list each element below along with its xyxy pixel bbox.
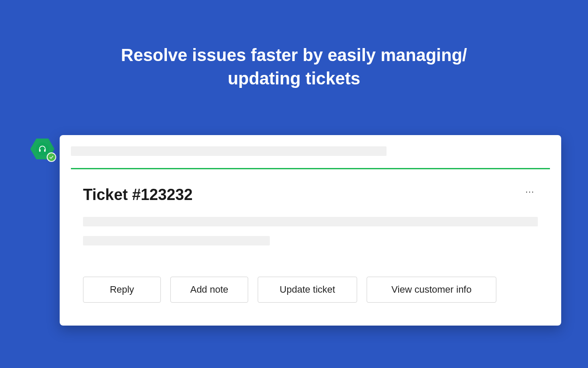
ticket-card: Ticket #123232 … Reply Add note Update t… <box>60 135 561 326</box>
header-placeholder <box>71 146 387 156</box>
headset-icon <box>36 142 49 155</box>
svg-rect-0 <box>39 149 41 152</box>
update-ticket-button[interactable]: Update ticket <box>258 277 357 303</box>
verified-check-icon <box>47 152 56 162</box>
more-options-button[interactable]: … <box>522 183 538 196</box>
content-placeholder-line <box>83 236 270 245</box>
hero-title: Resolve issues faster by easily managing… <box>99 0 489 90</box>
ticket-title: Ticket #123232 <box>83 186 193 204</box>
content-placeholder-line <box>83 217 538 226</box>
add-note-button[interactable]: Add note <box>170 277 248 303</box>
svg-rect-1 <box>44 149 45 152</box>
reply-button[interactable]: Reply <box>83 277 161 303</box>
view-customer-info-button[interactable]: View customer info <box>367 277 496 303</box>
ticket-actions: Reply Add note Update ticket View custom… <box>83 277 538 303</box>
app-badge <box>30 137 54 161</box>
